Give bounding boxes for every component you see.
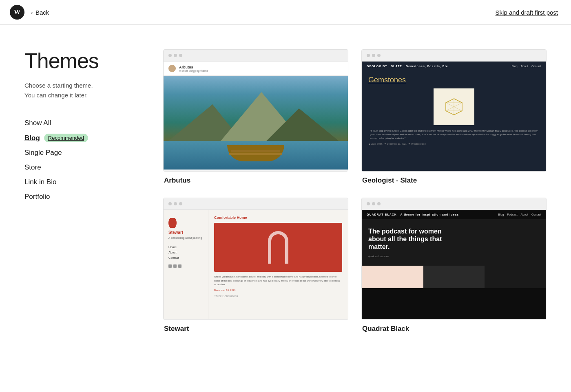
twitter-icon	[168, 264, 172, 268]
stewart-preview-container: Stewart A classic blog about painting Ho…	[163, 198, 348, 320]
arbutus-site-header: Arbutus A short blogging theme	[164, 62, 348, 76]
stewart-post-date: December 16, 2021	[214, 289, 342, 291]
dot-2	[174, 202, 177, 205]
geologist-post-title: Gemstones	[368, 76, 540, 84]
main-content: Themes Choose a starting theme. You can …	[0, 25, 571, 357]
dot-1	[168, 202, 172, 205]
dot-3	[377, 202, 381, 205]
stewart-nav-about: About	[168, 251, 203, 254]
stewart-content: Stewart A classic blog about painting Ho…	[164, 210, 348, 319]
quadrat-nav-links: Blog Podcast About Contact	[498, 213, 541, 216]
header: W ‹ Back Skip and draft first post	[0, 0, 571, 25]
arbutus-site-info: Arbutus A short blogging theme	[179, 65, 208, 72]
sidebar: Themes Choose a starting theme. You can …	[24, 49, 139, 333]
quadrat-hero: The podcast for womenabout all the thing…	[362, 219, 546, 266]
stewart-nav-home: Home	[168, 245, 203, 249]
arbutus-hero-image	[164, 76, 348, 170]
header-left: W ‹ Back	[10, 5, 49, 20]
geologist-content: GEOLOGIST · SLATE Gemstones, Fossils, Et…	[362, 62, 546, 171]
window-dots	[362, 198, 546, 210]
stewart-logo-icon	[168, 218, 177, 228]
theme-card-quadrat-black[interactable]: QUADRAT BLACK A theme for inspiration an…	[361, 198, 547, 333]
quadrat-tag: #podcastforwomen	[368, 255, 540, 258]
quadrat-logo: QUADRAT BLACK A theme for inspiration an…	[367, 213, 459, 216]
arbutus-tagline: A short blogging theme	[179, 69, 208, 72]
stewart-tagline: A classic blog about painting	[168, 236, 203, 240]
quadrat-image-strip	[362, 266, 546, 288]
theme-card-geologist-slate[interactable]: GEOLOGIST · SLATE Gemstones, Fossils, Et…	[361, 49, 547, 185]
sidebar-subtitle: Choose a starting theme. You can change …	[24, 81, 139, 100]
stewart-nav-contact: Contact	[168, 256, 203, 260]
geologist-theme-name: Geologist - Slate	[361, 176, 547, 185]
recommended-badge: Recommended	[44, 134, 88, 142]
geologist-post-meta: ▲ Jane Smith ✦ December 11, 2021 ✦ Uncat…	[368, 143, 540, 145]
stewart-next-post: Three Generations	[214, 295, 342, 297]
dot-1	[367, 202, 370, 205]
quadrat-image-3	[485, 266, 546, 288]
geologist-gem-card	[434, 88, 474, 125]
gem-icon	[444, 97, 464, 117]
quadrat-hero-title: The podcast for womenabout all the thing…	[368, 227, 540, 251]
wordpress-logo: W	[10, 5, 24, 20]
sidebar-item-portfolio[interactable]: Portfolio	[24, 190, 139, 203]
geologist-nav: GEOLOGIST · SLATE Gemstones, Fossils, Et…	[362, 62, 546, 71]
theme-card-arbutus[interactable]: Arbutus A short blogging theme	[163, 49, 348, 185]
quadrat-content: QUADRAT BLACK A theme for inspiration an…	[362, 210, 546, 319]
theme-card-stewart[interactable]: Stewart A classic blog about painting Ho…	[163, 198, 348, 333]
skip-button[interactable]: Skip and draft first post	[496, 9, 558, 16]
back-chevron-icon: ‹	[31, 9, 33, 16]
quadrat-preview-container: QUADRAT BLACK A theme for inspiration an…	[361, 198, 547, 320]
geologist-preview-container: GEOLOGIST · SLATE Gemstones, Fossils, Et…	[361, 49, 547, 172]
instagram-icon	[178, 264, 181, 268]
geologist-body: Gemstones "If I just stop over	[362, 71, 546, 150]
sidebar-item-link-in-bio[interactable]: Link in Bio	[24, 176, 139, 189]
arbutus-preview: Arbutus A short blogging theme	[163, 49, 348, 172]
svg-text:W: W	[14, 9, 20, 15]
dot-3	[179, 202, 182, 205]
stewart-post-excerpt: Online Wodehouse, handsome, clever, and …	[214, 275, 342, 287]
theme-category-nav: Show All Blog Recommended Single Page St…	[24, 117, 139, 203]
sidebar-item-blog[interactable]: Blog Recommended	[24, 131, 139, 145]
arbutus-content: Arbutus A short blogging theme	[164, 62, 348, 171]
back-label: Back	[35, 9, 49, 16]
dot-2	[372, 202, 375, 205]
arch-shape-icon	[268, 231, 288, 264]
dot-3	[377, 54, 381, 57]
facebook-icon	[173, 264, 177, 268]
dot-3	[179, 54, 182, 57]
stewart-left-sidebar: Stewart A classic blog about painting Ho…	[164, 210, 208, 319]
geologist-logo: GEOLOGIST · SLATE Gemstones, Fossils, Et…	[367, 65, 448, 68]
arbutus-avatar	[168, 65, 176, 72]
stewart-theme-name: Stewart	[163, 325, 348, 333]
window-dots	[164, 198, 348, 210]
quadrat-image-2	[423, 266, 485, 288]
geologist-nav-links: Blog About Contact	[512, 65, 541, 68]
geologist-excerpt: "If I just stop over to Green Gables aft…	[368, 129, 540, 140]
dot-2	[174, 54, 177, 57]
quadrat-image-1	[362, 266, 423, 288]
boat-plank-1	[229, 153, 282, 155]
stewart-hero-image	[214, 223, 342, 272]
dot-2	[372, 54, 375, 57]
stewart-blog-name: Stewart	[168, 230, 203, 235]
sidebar-item-single-page[interactable]: Single Page	[24, 146, 139, 159]
quadrat-theme-name: Quadrat Black	[361, 325, 547, 333]
window-dots	[362, 50, 546, 62]
stewart-main-content: Comfortable Home Online Wodehouse, hands…	[208, 210, 348, 319]
dot-1	[168, 54, 172, 57]
footer-spacer	[0, 357, 571, 374]
mountain-right	[262, 108, 344, 145]
arbutus-site-name: Arbutus	[179, 65, 208, 69]
dot-1	[367, 54, 370, 57]
stewart-post-title: Comfortable Home	[214, 216, 342, 220]
page-title: Themes	[24, 49, 139, 73]
quadrat-nav: QUADRAT BLACK A theme for inspiration an…	[362, 210, 546, 219]
theme-grid: Arbutus A short blogging theme	[163, 49, 547, 333]
sidebar-item-store[interactable]: Store	[24, 161, 139, 174]
back-button[interactable]: ‹ Back	[31, 9, 49, 16]
stewart-social-icons	[168, 264, 203, 268]
arbutus-theme-name: Arbutus	[163, 176, 348, 185]
sidebar-item-show-all[interactable]: Show All	[24, 117, 139, 130]
boat-plank-2	[231, 150, 280, 152]
window-dots	[164, 50, 348, 62]
